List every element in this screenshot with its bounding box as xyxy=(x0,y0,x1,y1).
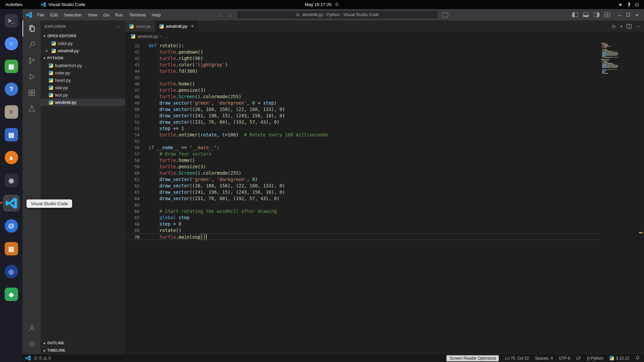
dock-item-chrome[interactable]: ○ xyxy=(3,35,20,52)
dock-item-libreoffice-writer[interactable]: ▤ xyxy=(3,126,20,143)
forward-button[interactable]: → xyxy=(228,12,233,18)
close-editor-icon[interactable]: × xyxy=(44,48,49,53)
run-python-file-button[interactable]: ▷ xyxy=(612,23,616,29)
encoding-status[interactable]: UTF-8 xyxy=(559,356,570,361)
problems-status[interactable]: 0 0 xyxy=(34,356,51,361)
account-icon[interactable] xyxy=(22,320,41,336)
code-line-63[interactable]: 63 draw_sector((241, 196, 15), (243, 156… xyxy=(125,189,600,195)
menu-run[interactable]: Run xyxy=(112,9,126,20)
dock-item-vlc[interactable]: ▲ xyxy=(3,149,20,166)
code-line-52[interactable]: 52 draw_sector((231, 76, 60), (192, 57, … xyxy=(125,119,600,125)
menu-edit[interactable]: Edit xyxy=(47,9,61,20)
open-editor-windmill.py[interactable]: ×windmill.py xyxy=(41,47,125,54)
activity-explorer-icon[interactable] xyxy=(22,20,41,37)
code-line-45[interactable]: 45 xyxy=(125,74,600,81)
system-tray[interactable]: ▾ xyxy=(619,2,639,7)
code-line-56[interactable]: 56if __name__ == "__main__": xyxy=(125,144,600,151)
code-line-51[interactable]: 51 draw_sector((241, 196, 15), (243, 156… xyxy=(125,113,600,119)
activity-run-debug-icon[interactable] xyxy=(22,69,41,85)
folder-section-header[interactable]: ▾ PYTHON xyxy=(41,54,125,62)
customize-layout-icon[interactable] xyxy=(604,12,610,17)
activity-testing-icon[interactable] xyxy=(22,101,41,117)
minimize-window-button[interactable]: – xyxy=(615,9,624,20)
file-item-test.py[interactable]: test.py xyxy=(41,91,125,99)
cursor-position-status[interactable]: Ln 70, Col 22 xyxy=(505,356,529,361)
focused-app-indicator[interactable]: Visual Studio Code xyxy=(41,2,85,7)
menu-go[interactable]: Go xyxy=(100,9,112,20)
explorer-actions-icon[interactable]: ⋯ xyxy=(116,24,121,29)
code-line-42[interactable]: 42 turtle.right(90) xyxy=(125,55,600,62)
remote-indicator-icon[interactable] xyxy=(25,355,31,361)
code-line-57[interactable]: 57 # Draw four sectors xyxy=(125,151,600,157)
code-line-46[interactable]: 46 turtle.home() xyxy=(125,81,600,87)
menu-terminal[interactable]: Terminal xyxy=(126,9,149,20)
code-line-68[interactable]: 68 step = 0 xyxy=(125,221,600,227)
file-item-color.py[interactable]: color.py xyxy=(41,69,125,76)
tab-windmill.py[interactable]: windmill.py× xyxy=(155,20,198,32)
menu-view[interactable]: View xyxy=(85,9,100,20)
code-editor[interactable]: 31def rotate():41 turtle.pendown()42 tur… xyxy=(125,41,644,354)
dock-item-libreoffice-calc[interactable]: ▦ xyxy=(3,58,20,75)
restore-window-button[interactable] xyxy=(624,9,633,20)
code-line-70[interactable]: 70 turtle.mainloop() xyxy=(125,234,600,240)
close-tab-icon[interactable]: × xyxy=(191,23,194,29)
code-line-55[interactable]: 55 xyxy=(125,138,600,144)
dock-item-libreoffice-impress[interactable]: ▥ xyxy=(3,240,20,257)
code-line-61[interactable]: 61 draw_sector('green', 'darkgreen', 0) xyxy=(125,176,600,183)
code-line-64[interactable]: 64 draw_sector((231, 76, 60), (192, 57, … xyxy=(125,195,600,202)
more-actions-icon[interactable]: ⋯ xyxy=(636,23,641,29)
file-item-heart.py[interactable]: heart.py xyxy=(41,76,125,84)
tab-color.py[interactable]: color.py xyxy=(125,20,155,32)
dock-item-web-app[interactable]: ◎ xyxy=(3,263,20,280)
toggle-panel-icon[interactable] xyxy=(583,12,589,17)
eol-status[interactable]: LF xyxy=(576,356,581,361)
code-line-48[interactable]: 48 turtle.Screen().colormode(255) xyxy=(125,94,600,100)
code-line-50[interactable]: 50 draw_sector((26, 188, 156), (22, 160,… xyxy=(125,106,600,113)
code-line-69[interactable]: 69 rotate() xyxy=(125,227,600,234)
breadcrumb-file[interactable]: windmill.py xyxy=(138,34,158,39)
code-line-31[interactable]: 31def rotate(): xyxy=(125,43,600,49)
breadcrumb[interactable]: windmill.py › … xyxy=(125,32,644,41)
close-window-button[interactable]: × xyxy=(633,9,641,20)
run-dropdown-icon[interactable]: ▾ xyxy=(621,24,622,28)
activity-source-control-icon[interactable] xyxy=(22,53,41,69)
dock-item-terminal[interactable]: >_ xyxy=(3,12,20,29)
language-mode-status[interactable]: {} Python xyxy=(587,356,603,361)
back-button[interactable]: ← xyxy=(219,12,224,18)
dock-item-thunderbird[interactable]: @ xyxy=(3,218,20,234)
settings-gear-icon[interactable] xyxy=(22,336,41,352)
file-item-star.py[interactable]: star.py xyxy=(41,84,125,91)
clock[interactable]: May 19 17:20 xyxy=(305,2,331,7)
open-editors-header[interactable]: ▾ OPEN EDITORS xyxy=(41,32,125,40)
code-line-54[interactable]: 54 turtle.ontimer(rotate, t=100) # Rotat… xyxy=(125,132,600,138)
code-line-58[interactable]: 58 turtle.home() xyxy=(125,157,600,164)
dock-item-software-store[interactable]: ◆ xyxy=(3,286,20,303)
breadcrumb-more[interactable]: … xyxy=(164,34,168,39)
dock-item-files[interactable]: ≡ xyxy=(3,104,20,120)
screen-reader-badge[interactable]: Screen Reader Optimized xyxy=(446,355,499,361)
python-interpreter-status[interactable]: 3.10.12 xyxy=(609,356,629,361)
code-line-60[interactable]: 60 turtle.Screen().colormode(255) xyxy=(125,170,600,176)
minimap[interactable] xyxy=(601,43,618,74)
command-center-search[interactable]: windmill.py - Python - Visual Studio Cod… xyxy=(237,10,438,19)
file-item-bubbleSort.py[interactable]: bubbleSort.py xyxy=(41,62,125,69)
code-line-47[interactable]: 47 turtle.pensize(3) xyxy=(125,87,600,94)
menu-selection[interactable]: Selection xyxy=(61,9,85,20)
activities-button[interactable]: Activities xyxy=(5,2,22,7)
dock-item-camera[interactable]: ◉ xyxy=(3,172,20,189)
activity-search-icon[interactable] xyxy=(22,37,41,53)
notifications-bell-icon[interactable] xyxy=(635,355,640,361)
code-line-41[interactable]: 41 turtle.pendown() xyxy=(125,49,600,55)
split-editor-icon[interactable] xyxy=(627,24,632,28)
code-line-67[interactable]: 67 global step xyxy=(125,215,600,221)
indent-status[interactable]: Spaces: 4 xyxy=(535,356,553,361)
remote-window-icon[interactable] xyxy=(442,12,448,17)
code-line-59[interactable]: 59 turtle.pensize(3) xyxy=(125,164,600,170)
outline-section-header[interactable]: ▸ OUTLINE xyxy=(41,339,125,347)
dock-item-vscode[interactable] xyxy=(3,195,20,212)
toggle-sidebar-icon[interactable] xyxy=(572,12,578,17)
code-line-43[interactable]: 43 turtle.color('lightgray') xyxy=(125,62,600,68)
menu-file[interactable]: File xyxy=(34,9,47,20)
code-line-62[interactable]: 62 draw_sector((26, 188, 156), (22, 160,… xyxy=(125,183,600,189)
code-line-53[interactable]: 53 step += 1 xyxy=(125,125,600,132)
